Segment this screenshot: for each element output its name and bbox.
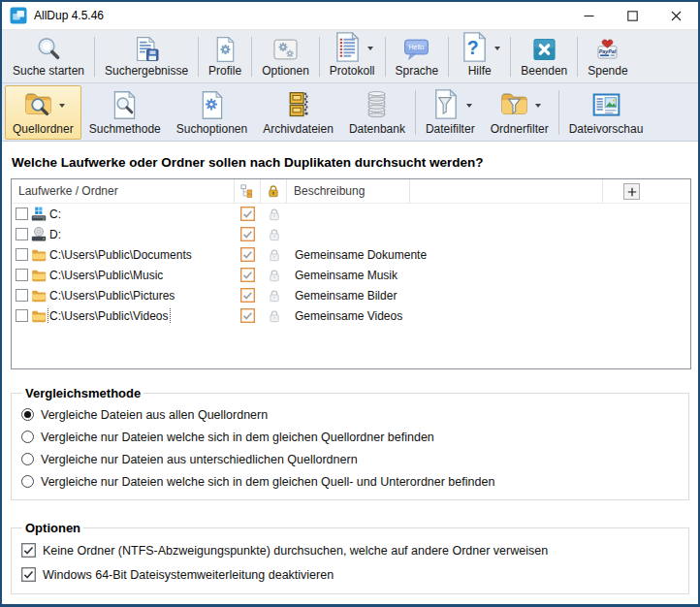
search-method-button[interactable]: Suchmethode xyxy=(81,85,169,140)
column-header-path[interactable]: Laufwerke / Ordner xyxy=(12,179,235,203)
recurse-checked-icon[interactable] xyxy=(240,288,255,303)
row-select-checkbox[interactable] xyxy=(16,228,28,240)
profiles-button[interactable]: Profile xyxy=(201,32,249,81)
dropdown-arrow-icon[interactable] xyxy=(367,47,373,50)
radio-button[interactable] xyxy=(21,431,34,443)
alldup-window: AllDup 4.5.46 Suche starten xyxy=(0,0,700,607)
protocol-label: Protokoll xyxy=(330,65,375,78)
dropdown-arrow-icon[interactable] xyxy=(466,104,472,108)
help-button[interactable]: ? Hilfe xyxy=(451,32,508,81)
row-description: Gemeinsame Dokumente xyxy=(287,248,690,262)
recurse-checked-icon[interactable] xyxy=(240,207,255,221)
svg-text:Hello: Hello xyxy=(409,44,425,50)
column-header-blank xyxy=(603,179,690,203)
radio-button-checked[interactable] xyxy=(21,408,34,421)
method-option-label: Vergleiche nur Dateien aus unterschiedli… xyxy=(41,453,358,466)
protocol-button[interactable]: Protokoll xyxy=(322,32,383,81)
table-row[interactable]: C:\Users\Public\Pictures Gemeinsame Bild… xyxy=(12,285,690,305)
document-magnifier-icon xyxy=(108,89,142,121)
database-button[interactable]: Datenbank xyxy=(341,85,413,140)
start-search-button[interactable]: Suche starten xyxy=(5,32,92,81)
table-row[interactable]: D: xyxy=(12,224,690,244)
close-button[interactable] xyxy=(654,2,698,29)
file-preview-button[interactable]: Dateivorschau xyxy=(561,85,652,140)
row-description: Gemeinsame Bilder xyxy=(287,289,690,303)
minimize-button[interactable] xyxy=(567,2,611,29)
lock-unlocked-icon[interactable] xyxy=(268,228,281,241)
maximize-button[interactable] xyxy=(611,2,654,29)
window-controls xyxy=(567,2,698,29)
row-path: C:\Users\Public\Videos xyxy=(49,309,169,323)
method-option-label: Vergleiche nur Dateien welche sich in de… xyxy=(41,475,494,489)
donate-button[interactable]: PayPal Spende xyxy=(580,32,635,81)
donate-label: Spende xyxy=(588,65,627,78)
method-option-row[interactable]: Vergleiche nur Dateien welche sich in de… xyxy=(21,426,679,448)
row-select-checkbox[interactable] xyxy=(16,248,28,261)
options-label: Optionen xyxy=(262,65,309,78)
method-option-row[interactable]: Vergleiche nur Dateien welche sich in de… xyxy=(21,470,679,493)
row-select-checkbox[interactable] xyxy=(16,208,28,220)
source-folders-button[interactable]: Quellordner xyxy=(5,85,81,140)
nav-toolbar: Quellordner Suchmethode Suchoptionen xyxy=(2,83,698,142)
toolbar-separator xyxy=(94,37,95,77)
column-header-recurse[interactable] xyxy=(235,179,261,203)
option-checkbox-row[interactable]: Windows 64-Bit Dateisystemweiterleitung … xyxy=(21,562,679,587)
source-folders-table[interactable]: Laufwerke / Ordner Beschreibung xyxy=(11,178,691,369)
search-results-button[interactable]: Suchergebnisse xyxy=(97,32,196,81)
recurse-checked-icon[interactable] xyxy=(240,308,255,323)
dropdown-arrow-icon[interactable] xyxy=(535,104,541,108)
row-select-checkbox[interactable] xyxy=(16,289,28,302)
table-row[interactable]: C: xyxy=(12,204,690,224)
lock-unlocked-icon[interactable] xyxy=(268,208,281,221)
file-filter-button[interactable]: Dateifilter xyxy=(418,85,483,140)
database-cylinders-icon xyxy=(360,89,394,121)
drive-d-icon xyxy=(31,227,47,242)
exit-label: Beenden xyxy=(521,65,567,78)
radio-button[interactable] xyxy=(21,475,34,488)
preview-window-icon xyxy=(589,89,623,121)
lock-unlocked-icon[interactable] xyxy=(268,269,281,282)
column-header-lock[interactable] xyxy=(261,179,287,203)
recurse-checked-icon[interactable] xyxy=(240,227,255,241)
lock-unlocked-icon[interactable] xyxy=(268,248,281,262)
archive-files-button[interactable]: Archivdateien xyxy=(255,85,341,140)
content-area: Welche Laufwerke oder Ordner sollen nach… xyxy=(2,142,698,604)
method-option-row[interactable]: Vergleiche Dateien aus allen Quellordner… xyxy=(21,403,679,426)
row-path: C:\Users\Public\Documents xyxy=(49,248,192,262)
minimize-icon xyxy=(584,11,594,21)
table-row[interactable]: C:\Users\Public\Videos Gemeinsame Videos xyxy=(12,305,690,326)
search-options-button[interactable]: Suchoptionen xyxy=(169,85,255,140)
folder-filter-button[interactable]: Ordnerfilter xyxy=(483,85,557,140)
toolbar-separator xyxy=(577,37,578,77)
row-select-checkbox[interactable] xyxy=(16,309,28,322)
file-preview-label: Dateivorschau xyxy=(569,123,644,136)
method-option-label: Vergleiche nur Dateien welche sich in de… xyxy=(41,431,434,444)
recurse-checked-icon[interactable] xyxy=(240,247,255,262)
options-button[interactable]: Optionen xyxy=(254,32,317,81)
table-row[interactable]: C:\Users\Public\Documents Gemeinsame Dok… xyxy=(12,244,690,265)
checkbox-checked-icon[interactable] xyxy=(21,543,36,558)
lock-unlocked-icon[interactable] xyxy=(268,309,281,323)
row-select-checkbox[interactable] xyxy=(16,269,28,281)
method-option-row[interactable]: Vergleiche nur Dateien aus unterschiedli… xyxy=(21,448,679,470)
column-header-blank xyxy=(410,179,603,203)
exit-button[interactable]: Beenden xyxy=(513,32,575,81)
dropdown-arrow-icon[interactable] xyxy=(494,47,500,50)
radio-button[interactable] xyxy=(21,453,34,465)
document-gear-icon xyxy=(209,36,241,63)
checkbox-checked-icon[interactable] xyxy=(21,567,36,582)
toolbar-separator xyxy=(448,37,449,77)
log-document-icon xyxy=(332,31,364,63)
add-folder-button[interactable] xyxy=(623,183,640,200)
lock-unlocked-icon[interactable] xyxy=(268,289,281,303)
recurse-checked-icon[interactable] xyxy=(240,268,255,282)
dropdown-arrow-icon[interactable] xyxy=(59,104,65,108)
row-description: Gemeinsame Musik xyxy=(287,269,690,282)
column-header-description[interactable]: Beschreibung xyxy=(287,179,410,203)
language-button[interactable]: Hello Sprache xyxy=(388,32,447,81)
folder-icon xyxy=(31,308,47,324)
table-row[interactable]: C:\Users\Public\Music Gemeinsame Musik xyxy=(12,265,690,285)
close-icon xyxy=(671,11,682,21)
row-path: D: xyxy=(49,228,61,241)
option-checkbox-row[interactable]: Keine Ordner (NTFS-Abzweigungspunkte) du… xyxy=(21,538,679,562)
